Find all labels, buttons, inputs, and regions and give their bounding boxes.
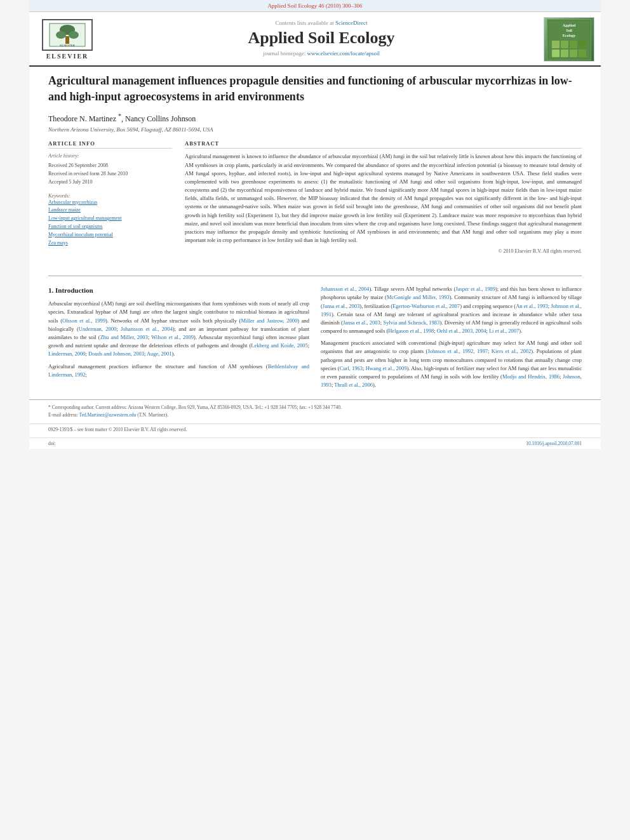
elsevier-text: ELSEVIER [46,53,89,60]
keyword-2[interactable]: Landrace maize [48,206,172,215]
ref-oehl[interactable]: Oehl et al., 2003, 2004 [437,328,486,334]
svg-rect-11 [552,41,560,48]
svg-point-3 [69,31,79,39]
ref-jasper[interactable]: Jasper et al., 1989 [455,286,495,292]
article-meta-columns: ARTICLE INFO Article history: Received 2… [48,140,582,254]
svg-text:ELSEVIER: ELSEVIER [60,44,75,47]
intro-para-1: Arbuscular mycorrhizal (AM) fungi are so… [48,300,309,358]
homepage-link[interactable]: www.elsevier.com/locate/apsoil [307,50,380,57]
ref-johansson[interactable]: Johansson et al., 2004 [121,326,173,332]
banner-text: Applied Soil Ecology 46 (2010) 300–306 [267,3,362,9]
keyword-1[interactable]: Arbuscular mycorrhizas [48,199,172,207]
journal-title-area: Contents lists available at ScienceDirec… [105,17,537,62]
ref-li[interactable]: Li et al., 2007 [489,328,519,334]
received-date: Received 26 September 2008 [48,162,172,170]
ref-miller[interactable]: Miller and Jastrow, 2000 [241,317,297,324]
svg-rect-18 [579,50,586,57]
keyword-3[interactable]: Low-input agricultural management [48,215,172,223]
footnote-area: * Corresponding author. Current address:… [29,399,601,421]
svg-text:Applied: Applied [563,23,576,27]
keyword-5[interactable]: Mycorrhizal inoculum potential [48,231,172,239]
ref-linderman[interactable]: Linderman, 2000 [48,350,86,357]
ref-underman[interactable]: Underman, 2000 [79,326,116,332]
footer-line: 0929-1393/$ – see front matter © 2010 El… [29,423,601,435]
journal-banner: Applied Soil Ecology 46 (2010) 300–306 [29,0,601,12]
body-col-left: 1. Introduction Arbuscular mycorrhizal (… [48,285,309,393]
copyright-line: © 2010 Elsevier B.V. All rights reserved… [185,248,582,254]
ref-hwang[interactable]: Hwang et al., 2009 [366,365,407,371]
ref-sylvia[interactable]: Sylvia and Schenck, 1983 [383,319,439,326]
abstract-text: Agricultural management is known to infl… [185,152,582,244]
sciencedirect-anchor[interactable]: ScienceDirect [335,20,367,26]
abstract-label: ABSTRACT [185,140,582,149]
accepted-date: Accepted 5 July 2010 [48,178,172,187]
authors-line: Theodore N. Martinez *, Nancy Collins Jo… [48,112,582,124]
article-info-column: ARTICLE INFO Article history: Received 2… [48,140,172,254]
ref-johansson2[interactable]: Johansson et al., 2004 [321,286,369,292]
affiliation: Northern Arizona University, Box 5694, F… [48,126,582,133]
sciencedirect-link[interactable]: Contents lists available at ScienceDirec… [112,20,531,26]
ref-helgason[interactable]: Helgason et al., 1998 [388,328,434,334]
ref-wilson[interactable]: Wilson et al., 2009 [151,334,194,340]
ref-auge[interactable]: Auge, 2001 [147,350,172,357]
revised-date: Received in revised form 28 June 2010 [48,170,172,178]
elsevier-logo: ELSEVIER ELSEVIER [42,19,93,60]
journal-thumbnail-area: Applied Soil Ecology [537,17,601,62]
ref-modjo[interactable]: Modjo and Hendrix, 1986 [502,373,560,380]
svg-point-2 [56,31,66,39]
ref-bethlen[interactable]: Bethlenfalvay and Linderman, 1992 [48,363,309,378]
section-divider [48,276,582,276]
doi-label: doi: [48,441,56,446]
email-name: (T.N. Martinez). [136,412,168,418]
doi-link[interactable]: 10.1016/j.apsoil.2010.07.001 [526,441,582,446]
keywords-block: Keywords: Arbuscular mycorrhizas Landrac… [48,193,172,248]
keyword-6[interactable]: Zea mays [48,239,172,248]
page-wrapper: Applied Soil Ecology 46 (2010) 300–306 E… [29,0,601,449]
ref-curl[interactable]: Curl, 1963 [340,365,363,371]
footnote-corresponding: * Corresponding author. Current address:… [48,404,582,411]
ref-johnson92[interactable]: Johnson et al., 1992, 1997 [427,348,488,354]
svg-rect-17 [570,50,577,57]
abstract-column: ABSTRACT Agricultural management is know… [185,140,582,254]
svg-text:Ecology: Ecology [563,34,575,37]
footnote-email: E-mail address: Ted.Martinez@azwestern.e… [48,411,582,418]
article-title: Agricultural management influences propa… [48,73,582,105]
keywords-label: Keywords: [48,193,172,199]
email-link[interactable]: Ted.Martinez@azwestern.edu [79,412,137,418]
journal-header: ELSEVIER ELSEVIER Contents lists availab… [29,12,601,67]
svg-rect-15 [552,50,560,57]
history-label: Article history: [48,152,172,161]
article-content: Agricultural management influences propa… [29,67,601,267]
journal-cover-svg: Applied Soil Ecology [547,19,591,60]
ref-jansa2[interactable]: Jansa et al., 2003 [343,319,380,326]
ref-douds[interactable]: Douds and Johnson, 2003 [88,350,144,357]
journal-homepage: journal homepage: www.elsevier.com/locat… [112,50,531,57]
svg-text:Soil: Soil [566,29,572,32]
ref-zhu[interactable]: Zhu and Miller, 2003 [100,334,148,340]
ref-thrall[interactable]: Thrall et al., 2006 [334,382,373,388]
ref-lekberg[interactable]: Lekberg and Koide, 2005 [251,342,307,349]
svg-rect-12 [561,41,568,48]
ref-mcgonigle[interactable]: McGonigle and Miller, 1993 [387,294,450,300]
svg-rect-14 [579,41,586,48]
ref-olsson[interactable]: Olsson et al., 1999 [62,317,105,324]
ref-kiers[interactable]: Kiers et al., 2002 [492,348,531,354]
johnson-name: Johnson [171,114,196,123]
email-label: E-mail address: [48,412,79,418]
authors-text: Theodore N. Martinez [48,114,118,123]
journal-cover-image: Applied Soil Ecology [544,17,594,62]
keyword-4[interactable]: Function of soil organisms [48,223,172,231]
issn-text: 0929-1393/$ – see front matter © 2010 El… [48,427,187,432]
article-info-label: ARTICLE INFO [48,140,172,149]
intro-para-2: Agricultural management practices influe… [48,363,309,379]
svg-rect-16 [561,50,568,57]
body-right-para-1: Johansson et al., 2004). Tillage severs … [321,285,582,335]
publisher-logo-area: ELSEVIER ELSEVIER [29,17,105,62]
doi-line: doi:10.1016/j.apsoil.2010.07.001 [29,437,601,449]
elsevier-tree-svg: ELSEVIER [48,22,86,48]
ref-egerton[interactable]: Egerton-Warburton et al., 2007 [392,303,460,309]
footnote-detail: * Corresponding author. Current address:… [48,404,342,410]
ref-jansa[interactable]: Jansa et al., 2003 [323,303,360,309]
svg-rect-13 [570,41,577,48]
ref-an[interactable]: An et al., 1993 [516,303,547,309]
